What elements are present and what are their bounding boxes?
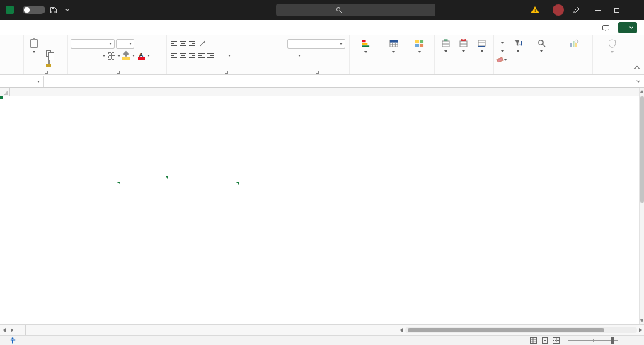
normal-view-icon[interactable] xyxy=(530,337,537,344)
zoom-slider-thumb[interactable] xyxy=(611,337,614,344)
page-layout-view-icon[interactable] xyxy=(541,337,548,344)
titlebar-right xyxy=(531,0,644,20)
vertical-scroll-thumb[interactable] xyxy=(640,96,644,203)
merge-center-icon[interactable] xyxy=(216,51,225,60)
increase-decimal-icon[interactable] xyxy=(323,51,333,60)
titlebar xyxy=(0,0,644,20)
vertical-scrollbar[interactable] xyxy=(639,88,644,324)
format-cells-button[interactable] xyxy=(473,38,490,67)
percent-style-icon[interactable] xyxy=(302,51,311,60)
sort-filter-button[interactable] xyxy=(507,38,530,67)
cell-styles-button[interactable] xyxy=(408,38,432,67)
collapse-ribbon-icon[interactable] xyxy=(634,66,640,72)
pen-icon[interactable] xyxy=(573,6,580,14)
find-select-button[interactable] xyxy=(530,38,553,67)
align-center-icon[interactable] xyxy=(179,52,187,59)
merge-center-dropdown-icon[interactable] xyxy=(228,55,231,57)
warning-icon[interactable] xyxy=(531,6,540,14)
paste-button[interactable] xyxy=(27,38,41,68)
horizontal-scroll-thumb[interactable] xyxy=(408,328,604,332)
autosave-toggle[interactable] xyxy=(23,6,45,14)
font-dialog-launcher-icon[interactable] xyxy=(117,71,120,74)
increase-indent-icon[interactable] xyxy=(207,52,214,59)
name-box-dropdown-icon[interactable] xyxy=(37,81,40,83)
bold-button[interactable] xyxy=(71,51,80,60)
accessibility-checker[interactable] xyxy=(10,337,18,344)
number-format-select[interactable] xyxy=(287,39,345,49)
hscroll-right-icon[interactable] xyxy=(639,328,642,332)
underline-button[interactable] xyxy=(92,51,101,60)
autosum-icon[interactable] xyxy=(497,39,507,47)
italic-button[interactable] xyxy=(81,51,91,60)
underline-dropdown-icon[interactable] xyxy=(103,55,105,57)
hscroll-track[interactable] xyxy=(405,327,637,333)
delete-cells-button[interactable] xyxy=(455,38,471,67)
page-break-view-icon[interactable] xyxy=(553,337,560,344)
fill-color-icon[interactable] xyxy=(122,51,131,60)
title-dropdown-icon[interactable] xyxy=(65,7,69,11)
share-dropdown-icon[interactable] xyxy=(629,25,633,29)
share-button[interactable] xyxy=(618,22,637,33)
cut-icon[interactable] xyxy=(44,39,53,48)
sheet-nav-left-button[interactable] xyxy=(0,325,8,335)
borders-icon[interactable] xyxy=(107,51,116,60)
formula-input[interactable] xyxy=(64,76,633,87)
sheet-tab-overflow[interactable] xyxy=(16,325,26,335)
decrease-font-size-icon[interactable] xyxy=(146,39,156,48)
hscroll-left-icon[interactable] xyxy=(400,328,403,332)
format-as-table-button[interactable] xyxy=(381,38,406,67)
decrease-decimal-icon[interactable] xyxy=(334,51,343,60)
align-right-icon[interactable] xyxy=(188,52,196,59)
fill-color-dropdown-icon[interactable] xyxy=(132,55,135,57)
undo-icon[interactable] xyxy=(3,40,21,49)
font-name-select[interactable] xyxy=(71,39,115,49)
maximize-button[interactable] xyxy=(607,0,626,20)
add-sheet-button[interactable] xyxy=(26,325,37,335)
scroll-up-icon[interactable] xyxy=(640,90,643,93)
name-box[interactable] xyxy=(0,76,44,87)
font-size-select[interactable] xyxy=(116,39,134,49)
copy-icon[interactable] xyxy=(44,49,53,58)
accounting-dropdown-icon[interactable] xyxy=(298,55,301,57)
search-box[interactable] xyxy=(276,4,435,16)
analyze-data-icon xyxy=(570,39,579,50)
save-icon[interactable] xyxy=(50,6,57,14)
align-bottom-icon[interactable] xyxy=(188,40,196,47)
search-input[interactable] xyxy=(345,6,376,13)
align-left-icon[interactable] xyxy=(170,52,178,59)
expand-formula-bar-icon[interactable] xyxy=(633,76,644,87)
wrap-text-icon[interactable] xyxy=(209,39,218,48)
number-dialog-launcher-icon[interactable] xyxy=(316,71,319,74)
sheet-nav-right-button[interactable] xyxy=(8,325,16,335)
comments-button[interactable] xyxy=(602,25,612,30)
align-top-icon[interactable] xyxy=(170,40,178,47)
error-flag xyxy=(117,182,120,185)
scroll-down-icon[interactable] xyxy=(640,319,643,322)
decrease-indent-icon[interactable] xyxy=(197,52,205,59)
select-all-corner[interactable] xyxy=(0,88,10,96)
horizontal-scrollbar[interactable] xyxy=(398,325,644,335)
font-color-icon[interactable]: A xyxy=(137,51,146,60)
avatar[interactable] xyxy=(553,4,564,16)
analyze-data-button[interactable] xyxy=(560,38,590,67)
redo-icon[interactable] xyxy=(3,51,21,60)
sensitivity-button[interactable] xyxy=(597,38,628,67)
minimize-button[interactable] xyxy=(589,0,607,20)
align-middle-icon[interactable] xyxy=(179,40,187,47)
increase-font-size-icon[interactable] xyxy=(136,39,145,48)
active-cell-outline[interactable] xyxy=(0,96,3,99)
insert-cells-button[interactable] xyxy=(437,38,454,67)
fill-down-icon[interactable] xyxy=(497,47,507,55)
clear-icon[interactable] xyxy=(497,56,507,64)
accounting-format-icon[interactable] xyxy=(287,51,297,60)
clipboard-dialog-launcher-icon[interactable] xyxy=(45,71,48,74)
comma-style-icon[interactable] xyxy=(313,51,322,60)
zoom-slider[interactable] xyxy=(568,340,618,341)
conditional-formatting-button[interactable] xyxy=(352,38,379,67)
close-button[interactable] xyxy=(626,0,644,20)
borders-dropdown-icon[interactable] xyxy=(117,55,120,57)
alignment-dialog-launcher-icon[interactable] xyxy=(225,71,228,74)
excel-app-icon[interactable] xyxy=(6,6,14,14)
orientation-icon[interactable] xyxy=(200,41,205,47)
font-color-dropdown-icon[interactable] xyxy=(147,55,150,57)
